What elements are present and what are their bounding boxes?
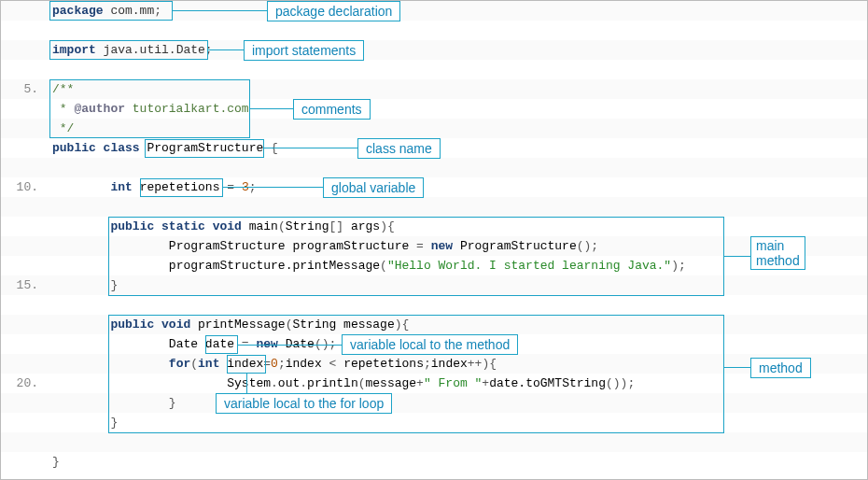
code-line: * @author tutorialkart.com xyxy=(1,99,867,119)
label-comments: comments xyxy=(293,99,371,120)
code-line: import java.util.Date; xyxy=(1,40,867,60)
code-line: } xyxy=(1,452,867,472)
conn-varlocalmethod xyxy=(238,345,342,346)
conn-globalvar xyxy=(223,187,323,188)
code-line xyxy=(1,21,867,40)
label-global-variable: global variable xyxy=(323,177,424,198)
code-line: public static void main(String[] args){ xyxy=(1,217,867,236)
conn-import xyxy=(208,49,244,50)
label-import-statements: import statements xyxy=(244,40,364,61)
code-line: 5./** xyxy=(1,79,867,99)
conn-classname xyxy=(264,148,357,148)
label-main-method: mainmethod xyxy=(750,236,805,270)
line-number: 5. xyxy=(1,79,38,99)
code-diagram: package com.mm;import java.util.Date;5./… xyxy=(0,0,868,480)
code-line: } xyxy=(1,413,867,432)
label-method: method xyxy=(750,358,811,378)
code-line: 10. int repetetions = 3; xyxy=(1,177,867,197)
line-number: 15. xyxy=(1,275,38,295)
code-line xyxy=(1,432,867,452)
code-line xyxy=(1,158,867,177)
code-line: ProgramStructure programStructure = new … xyxy=(1,236,867,256)
conn-mainmethod xyxy=(724,256,750,257)
code-line xyxy=(1,60,867,79)
conn-varlocalfor-v xyxy=(246,374,247,393)
code-line xyxy=(1,295,867,315)
code-line: programStructure.printMessage("Hello Wor… xyxy=(1,256,867,275)
code-line xyxy=(1,197,867,217)
code-line: */ xyxy=(1,119,867,138)
code-pane: package com.mm;import java.util.Date;5./… xyxy=(1,1,867,479)
code-line: package com.mm; xyxy=(1,1,867,21)
label-package-declaration: package declaration xyxy=(267,1,400,21)
code-line: 15. } xyxy=(1,275,867,295)
code-line: 20. System.out.println(message+" From "+… xyxy=(1,374,867,393)
line-number: 10. xyxy=(1,177,38,197)
conn-package xyxy=(173,10,267,11)
code-line: public void printMessage(String message)… xyxy=(1,315,867,334)
label-var-local-method: variable local to the method xyxy=(342,334,518,355)
conn-comments xyxy=(250,108,293,109)
label-var-local-for: variable local to the for loop xyxy=(216,393,392,414)
label-class-name: class name xyxy=(357,138,441,159)
code-line: for(int index=0;index < repetetions;inde… xyxy=(1,354,867,374)
conn-method xyxy=(724,367,750,368)
line-number: 20. xyxy=(1,374,38,393)
code-line: } xyxy=(1,393,867,413)
